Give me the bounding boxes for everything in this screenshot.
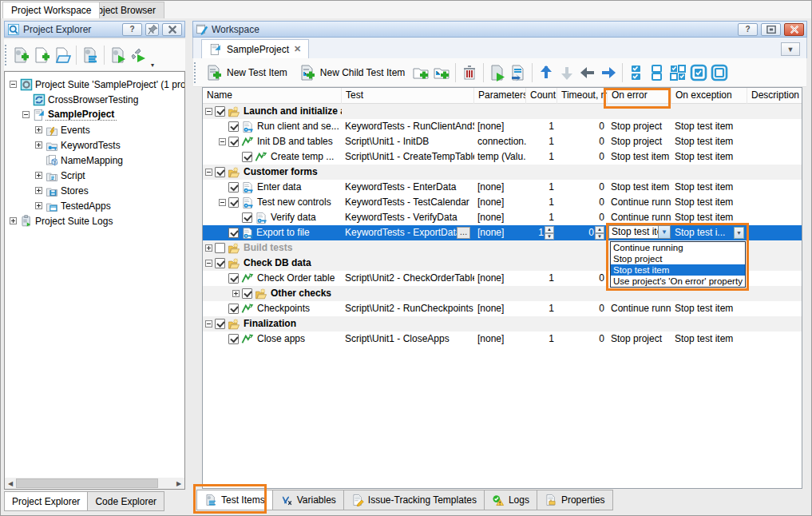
test-item-row[interactable]: Run client and se...KeywordTests - RunCl… — [203, 119, 802, 134]
check-all-icon[interactable] — [628, 64, 645, 81]
dropdown-option[interactable]: Stop test item — [611, 264, 745, 276]
row-checkbox[interactable] — [242, 288, 252, 299]
test-item-row[interactable]: Create temp ...Script\Unit1 - CreateTemp… — [203, 149, 802, 165]
disable-item-icon[interactable] — [711, 64, 728, 81]
run-profile-icon[interactable] — [130, 46, 148, 64]
row-checkbox[interactable] — [228, 273, 239, 284]
collapse-icon[interactable] — [205, 169, 212, 176]
row-checkbox[interactable] — [215, 243, 225, 253]
on-exception-cell[interactable]: Stop test item — [671, 210, 747, 225]
tree-item-keywordtests[interactable]: KeywordTests — [5, 137, 184, 153]
on-exception-cell[interactable]: Stop test item — [671, 119, 747, 134]
expand-icon[interactable] — [35, 141, 42, 149]
column-header-parameters[interactable]: Parameters — [474, 88, 526, 104]
help-button[interactable]: ? — [738, 23, 758, 36]
collapse-icon[interactable] — [205, 108, 212, 115]
new-project-icon[interactable] — [33, 46, 50, 64]
on-error-cell[interactable]: Stop test item▼ — [608, 225, 671, 240]
on-error-combobox[interactable]: Stop test item▼ — [608, 225, 671, 239]
collapse-icon[interactable] — [219, 138, 226, 145]
open-project-icon[interactable] — [53, 46, 71, 64]
tree-item-crossbrowsertesting[interactable]: CrossBrowserTesting — [5, 92, 184, 107]
test-item-row[interactable]: Export to fileKeywordTests - ExportData…… — [203, 225, 802, 240]
row-checkbox[interactable] — [242, 212, 252, 223]
on-error-cell[interactable]: Continue running — [608, 301, 671, 316]
pin-button[interactable] — [145, 23, 159, 36]
tree-item-project-suite-sampleproject-project[interactable]: Project Suite 'SampleProject' (1 project — [5, 77, 184, 92]
new-project-suite-icon[interactable] — [12, 46, 30, 64]
column-header-test[interactable]: Test — [342, 88, 474, 104]
on-exception-cell[interactable]: Stop test item — [671, 180, 747, 195]
group-row[interactable]: Launch and initialize applications — [203, 104, 802, 119]
collapse-icon[interactable] — [22, 111, 30, 118]
on-exception-cell[interactable]: Stop test item — [671, 195, 747, 210]
move-down-icon[interactable] — [558, 64, 576, 81]
restore-button[interactable] — [761, 23, 781, 36]
close-tab-icon[interactable]: ✕ — [294, 44, 301, 54]
new-group-icon[interactable] — [412, 64, 430, 81]
column-header-count[interactable]: Count — [526, 88, 557, 104]
move-up-icon[interactable] — [537, 64, 555, 81]
on-exception-cell[interactable]: Stop test item — [671, 301, 747, 316]
row-checkbox[interactable] — [215, 106, 225, 117]
group-row[interactable]: Finalization — [203, 316, 802, 331]
on-exception-cell[interactable]: Stop test item — [671, 134, 747, 149]
test-item-row[interactable]: Enter dataKeywordTests - EnterData[none]… — [203, 180, 802, 195]
test-item-row[interactable]: Close appsScript\Unit1 - CloseApps[none]… — [203, 331, 802, 347]
new-child-test-item-button[interactable]: New Child Test Item — [295, 62, 409, 84]
expand-icon[interactable] — [205, 244, 212, 252]
expand-icon[interactable] — [10, 217, 17, 224]
tree-item-events[interactable]: Events — [5, 122, 184, 137]
collapse-icon[interactable] — [205, 260, 212, 267]
row-checkbox[interactable] — [228, 137, 239, 147]
row-checkbox[interactable] — [242, 152, 252, 162]
column-header-name[interactable]: Name — [203, 88, 342, 104]
row-checkbox[interactable] — [228, 182, 239, 193]
combo-dropdown-button[interactable]: ▼ — [734, 227, 744, 239]
row-checkbox[interactable] — [228, 121, 239, 132]
invert-checks-icon[interactable] — [669, 64, 687, 81]
enable-item-icon[interactable] — [690, 64, 707, 81]
scroll-right-arrow[interactable]: ▶ — [173, 478, 184, 489]
bottom-tab-properties[interactable]: Properties — [537, 490, 613, 510]
dropdown-option[interactable]: Stop project — [611, 253, 745, 264]
on-exception-cell[interactable]: Stop test i...▼ — [671, 225, 747, 240]
column-header-description[interactable]: Description — [747, 88, 802, 104]
on-error-cell[interactable]: Stop project — [608, 119, 671, 134]
expand-icon[interactable] — [35, 172, 42, 179]
combo-dropdown-button[interactable]: ▼ — [658, 226, 670, 238]
bottom-tab-variables[interactable]: Variables — [272, 490, 344, 510]
on-error-cell[interactable]: Stop project — [608, 134, 671, 149]
close-panel-button[interactable] — [162, 23, 182, 36]
bottom-tab-logs[interactable]: Logs — [484, 490, 537, 510]
tree-item-testedapps[interactable]: TestedApps — [5, 198, 184, 213]
dropdown-option[interactable]: Use project's 'On error' property — [611, 276, 745, 287]
dropdown-option[interactable]: Continue running — [611, 242, 745, 253]
count-spinner[interactable]: ▲▼ — [545, 226, 554, 240]
row-checkbox[interactable] — [228, 197, 239, 208]
on-exception-cell[interactable]: Stop test item — [671, 331, 747, 347]
expand-icon[interactable] — [35, 126, 42, 133]
ellipsis-button[interactable]: … — [457, 227, 470, 239]
collapse-icon[interactable] — [205, 320, 212, 327]
column-header-timeout[interactable]: Timeout, min — [557, 88, 608, 104]
row-checkbox[interactable] — [228, 228, 239, 238]
expand-icon[interactable] — [35, 187, 42, 194]
row-checkbox[interactable] — [228, 334, 239, 344]
bottom-tab-code-explorer[interactable]: Code Explorer — [87, 491, 164, 511]
help-button[interactable]: ? — [122, 23, 142, 36]
toolbar-grip[interactable] — [4, 45, 7, 65]
chevron-down-icon[interactable]: ▾ — [151, 62, 154, 70]
tree-item-namemapping[interactable]: NameMapping — [5, 153, 184, 168]
horizontal-scrollbar[interactable]: ◀ ▶ — [5, 478, 184, 489]
panel-splitter[interactable] — [187, 18, 192, 515]
go-to-test-icon[interactable] — [509, 64, 527, 81]
on-error-cell[interactable]: Stop test item — [608, 149, 671, 165]
move-left-icon[interactable] — [579, 64, 596, 81]
on-exception-cell[interactable]: Stop test item — [671, 149, 747, 165]
test-item-row[interactable]: Init DB and tablesScript\Unit1 - InitDBc… — [203, 134, 802, 149]
on-error-cell[interactable]: Stop project — [608, 331, 671, 347]
row-checkbox[interactable] — [215, 258, 225, 268]
move-right-icon[interactable] — [600, 64, 617, 81]
tab-list-dropdown-button[interactable]: ▼ — [781, 42, 800, 56]
